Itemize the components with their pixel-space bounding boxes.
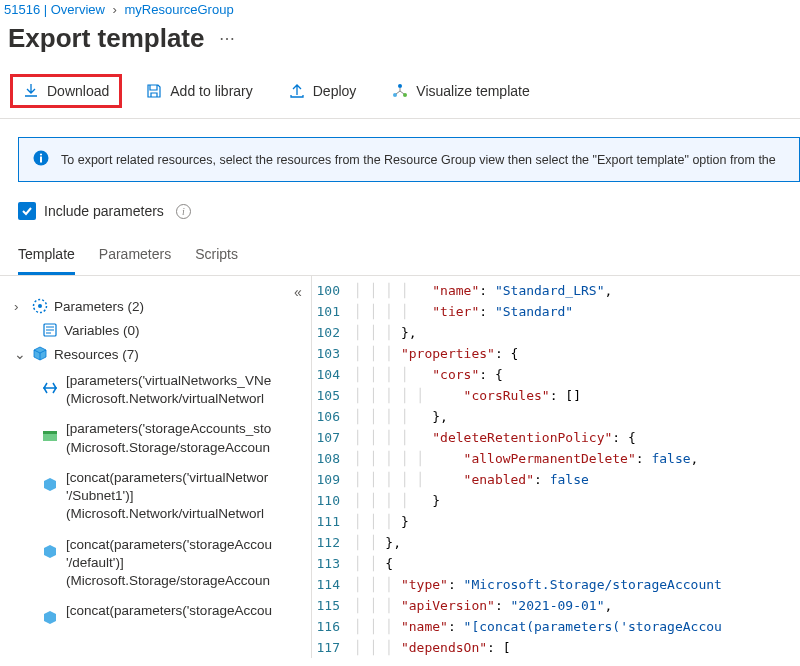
tree-sublabel: (Microsoft.Storage/storageAccoun [66,439,271,457]
code-content: │ │ { [354,553,393,574]
line-number: 117 [312,637,354,658]
code-line: 105│ │ │ │ │ "corsRules": [] [312,385,800,406]
toolbar: Download Add to library Deploy Visualize… [0,70,800,119]
download-icon [23,83,39,99]
tree-label: Variables (0) [64,323,140,338]
storage-icon [42,428,58,447]
tab-bar: Template Parameters Scripts [0,230,800,276]
tree-resource-item[interactable]: [concat(parameters('storageAccou'/defaul… [10,530,311,597]
breadcrumb-link-overview[interactable]: 51516 | Overview [4,2,105,17]
code-content: │ │ │ }, [354,322,417,343]
code-line: 110│ │ │ │ } [312,490,800,511]
tree-resource-item[interactable]: [parameters('storageAccounts_sto(Microso… [10,414,311,462]
tab-parameters[interactable]: Parameters [99,240,171,275]
tree-label: [parameters('virtualNetworks_VNe [66,373,271,388]
resources-icon [32,346,48,362]
network-icon [42,380,58,399]
line-number: 108 [312,448,354,469]
collapse-tree-icon[interactable]: « [294,284,302,300]
tree-label-2: '/default')] [66,554,272,572]
code-editor[interactable]: 100│ │ │ │ "name": "Standard_LRS",101│ │… [312,276,800,658]
code-line: 106│ │ │ │ }, [312,406,800,427]
tree-resource-item[interactable]: [concat(parameters('virtualNetwor'/Subne… [10,463,311,530]
svg-point-4 [40,153,42,155]
line-number: 103 [312,343,354,364]
code-content: │ │ │ "name": "[concat(parameters('stora… [354,616,722,637]
deploy-button[interactable]: Deploy [277,75,369,107]
code-content: │ │ │ │ "tier": "Standard" [354,301,573,322]
code-line: 100│ │ │ │ "name": "Standard_LRS", [312,280,800,301]
breadcrumb-link-resourcegroup[interactable]: myResourceGroup [125,2,234,17]
download-button[interactable]: Download [10,74,122,108]
include-parameters-checkbox[interactable] [18,202,36,220]
include-parameters-row: Include parameters i [0,192,800,230]
tree-label: Resources (7) [54,347,139,362]
tree-label-2: '/Subnet1')] [66,487,268,505]
chevron-down-icon: ⌄ [14,346,26,362]
line-number: 102 [312,322,354,343]
line-number: 104 [312,364,354,385]
include-parameters-label: Include parameters [44,203,164,219]
tab-scripts[interactable]: Scripts [195,240,238,275]
resource-tree: › Parameters (2) Variables (0) ⌄ Resourc… [0,276,312,658]
code-line: 113│ │ { [312,553,800,574]
line-number: 109 [312,469,354,490]
add-to-library-button[interactable]: Add to library [134,75,264,107]
line-number: 106 [312,406,354,427]
code-content: │ │ │ │ "deleteRetentionPolicy": { [354,427,636,448]
code-line: 104│ │ │ │ "cors": { [312,364,800,385]
code-line: 112│ │ }, [312,532,800,553]
code-line: 117│ │ │ "dependsOn": [ [312,637,800,658]
visualize-icon [392,83,408,99]
download-label: Download [47,83,109,99]
code-line: 103│ │ │ "properties": { [312,343,800,364]
svg-rect-9 [43,431,57,434]
visualize-label: Visualize template [416,83,529,99]
line-number: 110 [312,490,354,511]
code-content: │ │ │ │ } [354,490,440,511]
svg-point-7 [38,304,42,308]
code-content: │ │ │ "dependsOn": [ [354,637,511,658]
parameters-icon [32,298,48,314]
tree-node-variables[interactable]: Variables (0) [10,318,311,342]
tree-node-resources[interactable]: ⌄ Resources (7) [10,342,311,366]
tab-template[interactable]: Template [18,240,75,275]
line-number: 111 [312,511,354,532]
code-content: │ │ │ │ │ "allowPermanentDelete": false, [354,448,698,469]
line-number: 116 [312,616,354,637]
line-number: 100 [312,280,354,301]
svg-rect-5 [40,157,42,163]
line-number: 101 [312,301,354,322]
tree-resource-item[interactable]: [concat(parameters('storageAccou [10,596,311,635]
code-content: │ │ │ │ }, [354,406,448,427]
code-content: │ │ │ │ │ "enabled": false [354,469,589,490]
more-icon[interactable]: ⋯ [219,29,235,48]
code-content: │ │ │ } [354,511,409,532]
code-line: 108│ │ │ │ │ "allowPermanentDelete": fal… [312,448,800,469]
code-line: 107│ │ │ │ "deleteRetentionPolicy": { [312,427,800,448]
line-number: 107 [312,427,354,448]
tree-sublabel: (Microsoft.Storage/storageAccoun [66,572,272,590]
visualize-button[interactable]: Visualize template [380,75,541,107]
page-title: Export template [8,23,205,54]
svg-point-0 [398,84,402,88]
tree-resource-item[interactable]: [parameters('virtualNetworks_VNe(Microso… [10,366,311,414]
info-hint-icon[interactable]: i [176,204,191,219]
code-line: 101│ │ │ │ "tier": "Standard" [312,301,800,322]
code-content: │ │ │ │ "name": "Standard_LRS", [354,280,612,301]
deploy-label: Deploy [313,83,357,99]
tree-label: [concat(parameters('storageAccou [66,537,272,552]
info-text: To export related resources, select the … [61,153,776,167]
page-header: Export template ⋯ [0,19,800,70]
breadcrumb: 51516 | Overview › myResourceGroup [0,0,800,19]
code-content: │ │ }, [354,532,401,553]
code-content: │ │ │ "type": "Microsoft.Storage/storage… [354,574,722,595]
tree-node-parameters[interactable]: › Parameters (2) [10,294,311,318]
tree-label: Parameters (2) [54,299,144,314]
cube-icon [42,610,58,629]
line-number: 115 [312,595,354,616]
cube-icon [42,477,58,496]
chevron-right-icon: › [14,299,26,314]
code-line: 102│ │ │ }, [312,322,800,343]
variables-icon [42,322,58,338]
